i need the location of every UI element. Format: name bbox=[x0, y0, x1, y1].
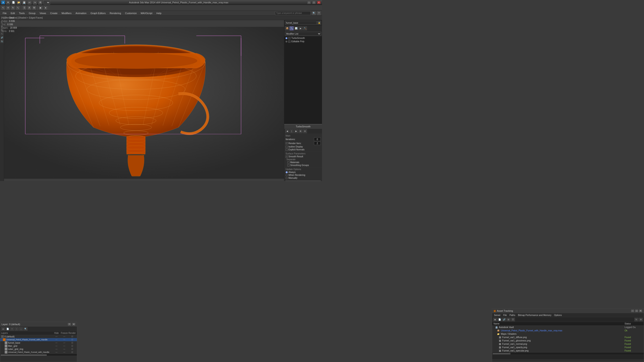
modifier-checkbox[interactable] bbox=[288, 37, 290, 39]
ts-nav-5[interactable]: ⊟ bbox=[303, 129, 307, 133]
update-button[interactable]: Update bbox=[286, 181, 321, 181]
material-btn[interactable]: ● bbox=[44, 5, 48, 10]
always-label: Always bbox=[288, 171, 296, 173]
edges-value: 20 808 bbox=[10, 26, 17, 29]
turbosmooth-header[interactable]: TurboSmooth bbox=[284, 124, 322, 129]
ts-nav-2[interactable]: | bbox=[290, 129, 294, 133]
isoline-label: Isoline Display bbox=[288, 145, 303, 148]
menu-group[interactable]: Group bbox=[27, 11, 37, 15]
menu-tools[interactable]: Tools bbox=[17, 11, 26, 15]
search-input[interactable] bbox=[275, 11, 311, 15]
polys-val-label: Polys: bbox=[1, 19, 8, 23]
menu-rendering[interactable]: Rendering bbox=[108, 11, 123, 15]
angle-snap-btn[interactable]: A bbox=[27, 5, 32, 10]
menu-maxscript[interactable]: MAXScript bbox=[139, 11, 154, 15]
ts-manually-radio[interactable]: Manually bbox=[286, 177, 321, 179]
modifier-dropdown[interactable]: Modifier List bbox=[285, 32, 321, 36]
modifier-ep-checkbox[interactable] bbox=[288, 40, 290, 43]
modifier-icon[interactable]: 🔧 bbox=[290, 26, 294, 30]
modifier-editable-poly[interactable]: Editable Poly bbox=[284, 40, 322, 43]
ts-nav-4[interactable]: ⊞ bbox=[298, 129, 302, 133]
ts-isoline-checkbox[interactable]: Isoline Display bbox=[286, 145, 321, 148]
close-btn[interactable]: ✕ bbox=[317, 1, 321, 4]
maximize-btn[interactable]: □ bbox=[312, 1, 316, 4]
move-btn[interactable]: ✛ bbox=[6, 5, 10, 10]
turbosmooth-panel: TurboSmooth ◀ | ▶ ⊞ ⊟ Main Iterations: bbox=[284, 124, 322, 181]
snap-btn[interactable]: S bbox=[22, 5, 26, 10]
materials-cb bbox=[287, 161, 290, 164]
polys-value: 6 936 bbox=[9, 19, 15, 23]
new-btn[interactable]: 📄 bbox=[11, 0, 16, 5]
menu-create[interactable]: Create bbox=[48, 11, 59, 15]
minimize-btn[interactable]: − bbox=[307, 1, 311, 4]
tris-value: 6 936 bbox=[8, 23, 13, 26]
ts-iterations-input[interactable] bbox=[314, 137, 321, 141]
toolbar-render-group: ▶ ● bbox=[38, 5, 49, 10]
title-bar: 3 ▼ 📄 📂 💾 ↩ ↪ ⚙ Workspace: Default Autod… bbox=[0, 0, 322, 5]
modifier-turbosmooth-label: TurboSmooth bbox=[291, 37, 305, 39]
ts-smooth-result-checkbox[interactable]: Smooth Result bbox=[286, 155, 321, 158]
ts-when-rendering-radio[interactable]: When Rendering bbox=[286, 174, 321, 176]
modifier-active-dot bbox=[286, 37, 287, 39]
render-btn[interactable]: ▶ bbox=[38, 5, 43, 10]
right-panel-icons: 📦 🔧 📊 ▶ 🔨 bbox=[284, 26, 322, 31]
ts-render-iters-input[interactable] bbox=[314, 141, 321, 145]
manually-rb bbox=[286, 177, 288, 179]
right-panel-header: 🔒 bbox=[284, 20, 322, 26]
menu-views[interactable]: Views bbox=[38, 11, 48, 15]
smooth-result-cb bbox=[286, 156, 288, 158]
render-iters-cb bbox=[286, 142, 288, 144]
always-rb bbox=[286, 171, 288, 173]
select-btn[interactable]: ↖ bbox=[1, 5, 5, 10]
rotate-btn[interactable]: ↻ bbox=[11, 5, 15, 10]
ts-iterations-row: Iterations: bbox=[286, 137, 321, 141]
display-icon[interactable]: 📦 bbox=[285, 26, 289, 30]
viewport[interactable] bbox=[4, 20, 284, 181]
title-bar-menu[interactable]: ▼ bbox=[6, 0, 10, 5]
ts-separate-label: Separate bbox=[286, 158, 321, 161]
when-rendering-rb bbox=[286, 174, 288, 176]
main-toolbar: ↖ ✛ ↻ ⤡ S A M ▶ ● bbox=[0, 5, 322, 11]
hierarchy-icon[interactable]: 📊 bbox=[294, 26, 298, 30]
search-icon[interactable]: 🔍 bbox=[312, 11, 316, 15]
main-area: ↖ ✛ ↻ ⤡ 🔗 📷 bbox=[0, 20, 322, 181]
lt-link[interactable]: 🔗 bbox=[0, 36, 4, 39]
ts-nav-3[interactable]: ▶ bbox=[294, 129, 298, 133]
ts-explicit-normals-checkbox[interactable]: Explicit Normals bbox=[286, 148, 321, 151]
workspace-dropdown[interactable]: Workspace: Default bbox=[44, 0, 50, 5]
menu-animation[interactable]: Animation bbox=[74, 11, 88, 15]
scale-btn[interactable]: ⤡ bbox=[16, 5, 20, 10]
toolbar-transform-group: ↖ ✛ ↻ ⤡ bbox=[1, 5, 21, 10]
ts-main-section: Main Iterations: Render Iters: Isoline D… bbox=[284, 134, 322, 152]
menu-file[interactable]: File bbox=[1, 11, 8, 15]
ts-nav-1[interactable]: ◀ bbox=[285, 129, 289, 133]
when-rendering-label: When Rendering bbox=[288, 174, 305, 176]
menu-graph-editors[interactable]: Graph Editors bbox=[89, 11, 108, 15]
ts-materials-checkbox[interactable]: Materials bbox=[286, 161, 321, 164]
utilities-icon[interactable]: 🔨 bbox=[303, 26, 307, 30]
save-btn[interactable]: 💾 bbox=[22, 0, 26, 5]
lt-camera[interactable]: 📷 bbox=[0, 39, 4, 43]
ts-render-iters-checkbox[interactable]: Render Iters: bbox=[286, 142, 302, 145]
help-icon[interactable]: ? bbox=[317, 11, 321, 15]
undo-btn[interactable]: ↩ bbox=[27, 0, 32, 5]
motion-icon[interactable]: ▶ bbox=[298, 26, 302, 30]
menu-help[interactable]: Help bbox=[154, 11, 163, 15]
redo-btn[interactable]: ↪ bbox=[33, 0, 37, 5]
object-name-input[interactable] bbox=[285, 21, 317, 25]
open-btn[interactable]: 📂 bbox=[16, 0, 21, 5]
mirror-btn[interactable]: M bbox=[32, 5, 36, 10]
menu-customize[interactable]: Customize bbox=[123, 11, 138, 15]
lock-icon[interactable]: 🔒 bbox=[317, 21, 321, 25]
modifier-turbosmooth[interactable]: TurboSmooth bbox=[284, 36, 322, 40]
toolbar-snap-group: S A M bbox=[22, 5, 38, 10]
menu-edit[interactable]: Edit bbox=[9, 11, 17, 15]
polys-label: Polys: bbox=[1, 16, 8, 19]
settings-btn[interactable]: ⚙ bbox=[38, 0, 42, 5]
ts-smoothing-groups-checkbox[interactable]: Smoothing Groups bbox=[286, 164, 321, 166]
ts-always-radio[interactable]: Always bbox=[286, 171, 321, 173]
materials-label: Materials bbox=[290, 161, 300, 164]
viewport-scene bbox=[4, 20, 284, 181]
menu-modifiers[interactable]: Modifiers bbox=[60, 11, 73, 15]
smoothing-groups-label: Smoothing Groups bbox=[290, 164, 309, 166]
